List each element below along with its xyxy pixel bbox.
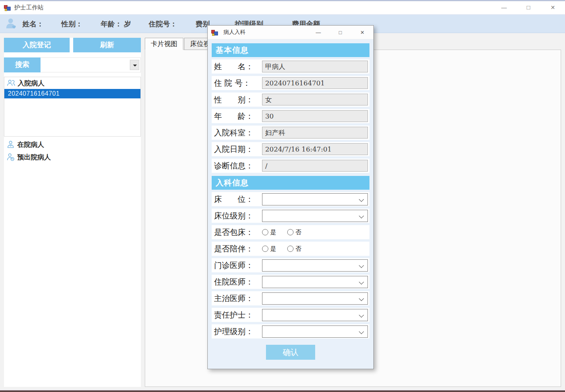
dialog-controls: — □ ✕ [307, 26, 373, 39]
companion-radio-group: 是否 [262, 245, 312, 253]
dialog-body: 基本信息 姓 名：甲病人住 院 号：20240716164701性 别：女年 龄… [208, 39, 373, 369]
form-row-nursing-level: 护理级别： [212, 324, 369, 338]
field-label: 性 别： [214, 94, 262, 105]
chevron-down-icon [359, 279, 364, 285]
sidebar-group-label: 在院病人 [17, 140, 44, 149]
diagnosis-field: / [262, 160, 368, 172]
resident-doctor-select[interactable] [262, 276, 368, 288]
patient-admission-dialog: 病人入科 — □ ✕ 基本信息 姓 名：甲病人住 院 号：20240716164… [207, 25, 374, 369]
chevron-down-icon [359, 213, 364, 218]
topbar-label-gender: 性别： [61, 19, 83, 29]
field-label: 门诊医师： [214, 260, 262, 271]
form-row-companion: 是否陪伴：是否 [212, 242, 369, 256]
topbar-label-admission-number: 住院号： [149, 19, 177, 29]
admitted-patient-panel: 入院病人 20240716164701 [4, 77, 141, 137]
refresh-button[interactable]: 刷新 [73, 38, 141, 52]
companion-radio-no[interactable] [287, 246, 294, 252]
field-label: 床 位： [214, 194, 262, 205]
form-row-admission-date: 入院日期：2024/7/16 16:47:01 [212, 142, 369, 156]
confirm-button[interactable]: 确认 [266, 345, 315, 360]
field-label: 护理级别： [214, 326, 262, 337]
basic-info-rows: 姓 名：甲病人住 院 号：20240716164701性 别：女年 龄：30入院… [212, 59, 369, 173]
outpatient-doctor-select[interactable] [262, 259, 368, 272]
chevron-down-icon [359, 197, 364, 202]
bed-select[interactable] [262, 193, 368, 205]
form-row-age: 年 龄：30 [212, 109, 369, 123]
radio-label: 否 [295, 245, 301, 253]
main-titlebar: 护士工作站 — □ ✕ [0, 1, 565, 15]
field-label: 住院医师： [214, 277, 262, 287]
dialog-titlebar: 病人入科 — □ ✕ [208, 26, 373, 39]
radio-label: 是 [270, 229, 276, 236]
field-label: 住 院 号： [214, 78, 262, 89]
topbar-label-name: 姓名： [22, 19, 44, 29]
patient-list: 20240716164701 [4, 89, 140, 98]
form-row-outpatient-doctor: 门诊医师： [212, 258, 369, 272]
topbar-label-age: 年龄： 岁 [101, 19, 131, 29]
nursing-level-select[interactable] [262, 325, 368, 338]
admission-info-rows: 床 位：床位级别：是否包床：是否是否陪伴：是否门诊医师：住院医师：主治医师：责任… [212, 192, 369, 338]
dialog-minimize-icon[interactable]: — [307, 26, 329, 39]
charter-bed-radio-yes[interactable] [262, 229, 268, 235]
maximize-icon[interactable]: □ [516, 1, 541, 14]
form-row-charter-bed: 是否包床：是否 [212, 225, 369, 239]
form-row-bed-level: 床位级别： [212, 209, 369, 223]
bed-level-select[interactable] [262, 210, 368, 222]
window-bottom-border [0, 390, 565, 392]
department-field: 妇产科 [262, 127, 368, 139]
admission-date-field: 2024/7/16 16:47:01 [262, 143, 368, 155]
gender-field: 女 [262, 94, 368, 105]
patient-avatar-icon [5, 17, 18, 31]
form-row-gender: 性 别：女 [212, 92, 369, 107]
form-row-responsible-nurse: 责任护士： [212, 308, 369, 322]
sidebar-group-label: 预出院病人 [17, 153, 51, 162]
search-row: 搜索 [4, 57, 141, 72]
search-input[interactable] [41, 58, 130, 72]
search-dropdown-button[interactable] [130, 60, 139, 70]
chevron-down-icon [359, 329, 364, 334]
dialog-app-icon [211, 29, 218, 35]
field-label: 入院科室： [214, 128, 262, 138]
admission-number-field: 20240716164701 [262, 77, 368, 89]
attending-doctor-select[interactable] [262, 292, 368, 305]
age-field: 30 [262, 110, 368, 122]
form-row-resident-doctor: 住院医师： [212, 275, 369, 289]
predischarge-icon [6, 153, 15, 161]
field-label: 是否包床： [214, 227, 262, 238]
radio-label: 否 [295, 229, 301, 236]
sidebar-group-predischarge[interactable]: 预出院病人 [4, 151, 141, 163]
sidebar-lower-groups: 在院病人 预出院病人 [4, 138, 141, 163]
sidebar-group-inpatient[interactable]: 在院病人 [4, 138, 141, 151]
form-row-diagnosis: 诊断信息：/ [212, 159, 369, 173]
field-label: 床位级别： [214, 211, 262, 221]
sidebar: 入院登记 刷新 搜索 入院病人 20240716164701 在院病人 [4, 38, 141, 387]
admission-register-button[interactable]: 入院登记 [4, 38, 70, 52]
charter-bed-radio-group: 是否 [262, 229, 312, 236]
search-button[interactable]: 搜索 [4, 57, 41, 72]
patient-list-item[interactable]: 20240716164701 [4, 89, 140, 98]
minimize-icon[interactable]: — [492, 1, 516, 14]
form-row-department: 入院科室：妇产科 [212, 126, 369, 140]
form-row-name: 姓 名：甲病人 [212, 59, 369, 74]
field-label: 年 龄： [214, 111, 262, 122]
dropdown-arrow-icon [133, 65, 137, 67]
companion-radio-yes[interactable] [262, 246, 268, 252]
charter-bed-radio-no[interactable] [287, 229, 294, 235]
chevron-down-icon [359, 263, 364, 268]
field-label: 主治医师： [214, 293, 262, 304]
field-label: 是否陪伴： [214, 244, 262, 254]
patients-icon [7, 79, 15, 87]
inpatient-icon [6, 140, 15, 149]
sidebar-group-admitted[interactable]: 入院病人 [4, 77, 140, 89]
field-label: 姓 名： [214, 61, 262, 72]
dialog-maximize-icon[interactable]: □ [329, 26, 351, 39]
tab-card-view[interactable]: 卡片视图 [145, 38, 183, 50]
close-icon[interactable]: ✕ [541, 1, 565, 14]
section-header-admission-info: 入科信息 [212, 176, 369, 190]
dialog-close-icon[interactable]: ✕ [351, 26, 373, 39]
field-label: 诊断信息： [214, 161, 262, 171]
responsible-nurse-select[interactable] [262, 309, 368, 321]
window-title: 护士工作站 [14, 4, 44, 11]
section-header-basic-info: 基本信息 [212, 43, 369, 57]
field-label: 入院日期： [214, 144, 262, 155]
